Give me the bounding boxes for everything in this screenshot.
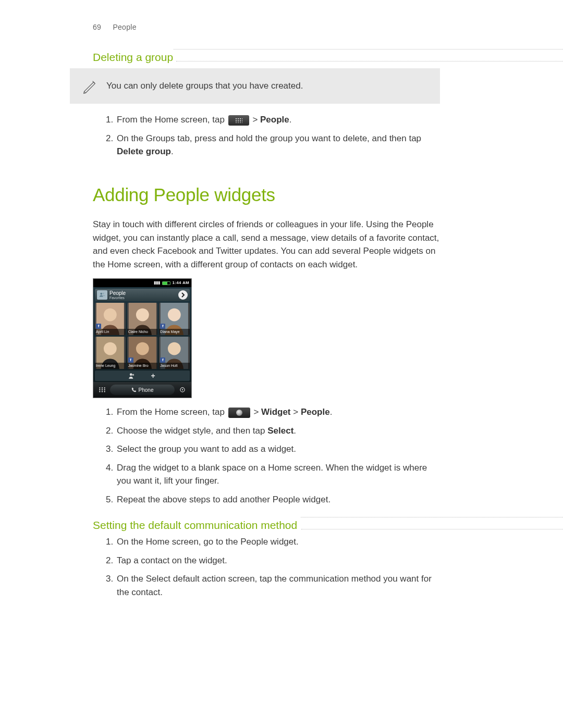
deleting-steps: From the Home screen, tap > People. On t… [93, 113, 439, 158]
apps-grid-icon [97, 386, 107, 393]
status-time: 1:44 AM [173, 280, 189, 286]
subheading-default-method: Setting the default communication method [93, 515, 563, 530]
bold-term: People [301, 407, 330, 417]
personalize-icon [228, 408, 250, 418]
svg-point-14 [129, 373, 132, 376]
widget-steps: From the Home screen, tap > Widget > Peo… [93, 405, 439, 506]
svg-point-17 [102, 387, 103, 388]
step-text: From the Home screen, tap [117, 115, 227, 125]
battery-icon [162, 281, 170, 285]
subheading-text: Deleting a group [93, 47, 173, 67]
facebook-badge-icon: f [128, 357, 133, 363]
contact-cell: f Jasmine Bro [127, 337, 158, 369]
svg-point-5 [136, 309, 149, 322]
facebook-badge-icon: f [160, 357, 165, 363]
contact-name: Jasmine Bro [127, 363, 158, 369]
step-text: On the Select default action screen, tap… [117, 574, 432, 597]
step-text: > [253, 407, 261, 417]
list-item: From the Home screen, tap > Widget > Peo… [116, 405, 439, 419]
step-text: Drag the widget to a blank space on a Ho… [117, 463, 427, 486]
contact-cell: f Diana Maye [159, 303, 190, 335]
list-item: Tap a contact on the widget. [116, 554, 439, 567]
contact-name: Diana Maye [159, 329, 190, 336]
svg-point-21 [104, 389, 105, 390]
svg-point-26 [182, 389, 183, 390]
heading-adding-widgets: Adding People widgets [93, 181, 470, 209]
svg-point-24 [104, 391, 105, 392]
step-text: Tap a contact on the widget. [117, 556, 227, 565]
bold-term: Delete group [117, 146, 171, 156]
svg-point-16 [99, 387, 100, 388]
svg-point-7 [168, 309, 181, 322]
page-number: 69 [93, 23, 101, 31]
list-item: Choose the widget style, and then tap Se… [116, 424, 439, 438]
svg-point-13 [168, 342, 181, 355]
step-text: . [289, 115, 292, 125]
contact-cell: Irene Leung [95, 337, 126, 369]
step-text: > [252, 115, 260, 125]
svg-point-1 [103, 293, 104, 294]
contact-name: Irene Leung [95, 363, 126, 369]
step-text: > [291, 407, 301, 417]
facebook-badge-icon: f [160, 324, 165, 329]
list-item: Repeat the above steps to add another Pe… [116, 493, 439, 507]
personalize-icon [178, 386, 187, 393]
note-box: You can only delete groups that you have… [70, 68, 440, 104]
contact-name: Jason Holt [159, 363, 190, 369]
default-method-steps: On the Home screen, go to the People wid… [93, 535, 439, 599]
widget-subtitle: Favorites [109, 296, 176, 300]
contacts-grid: f April Lin Claire Nicho f Diana Maye Ir… [95, 303, 190, 369]
step-text: On the Groups tab, press and hold the gr… [117, 133, 421, 143]
list-item: On the Groups tab, press and hold the gr… [116, 132, 439, 158]
contact-cell: f April Lin [95, 303, 126, 335]
signal-icon: ▮▮▮ [154, 280, 160, 286]
subheading-deleting-group: Deleting a group [93, 47, 563, 62]
svg-point-23 [102, 391, 103, 392]
contact-cell: Claire Nicho [127, 303, 158, 335]
group-icon [121, 371, 142, 381]
list-item: Drag the widget to a blank space on a Ho… [116, 461, 439, 488]
list-item: On the Home screen, go to the People wid… [116, 535, 439, 549]
svg-point-3 [104, 309, 117, 322]
step-text: Repeat the above steps to add another Pe… [117, 495, 331, 504]
widget-title: People [109, 291, 176, 296]
section-name: People [113, 23, 136, 31]
svg-point-11 [136, 342, 149, 355]
svg-point-15 [132, 374, 134, 376]
dock-phone-label: Phone [139, 386, 154, 394]
pencil-icon [81, 78, 98, 94]
svg-point-20 [102, 389, 103, 390]
status-bar: ▮▮▮ 1:44 AM [93, 279, 191, 287]
step-text: . [293, 426, 296, 436]
widget-footer: + [95, 371, 190, 381]
svg-point-22 [99, 391, 100, 392]
subheading-text: Setting the default communication method [93, 515, 300, 535]
bold-term: People [260, 115, 289, 125]
list-item: On the Select default action screen, tap… [116, 572, 439, 599]
svg-point-9 [104, 342, 117, 355]
svg-point-19 [99, 389, 100, 390]
list-item: From the Home screen, tap > People. [116, 113, 439, 127]
people-icon [97, 290, 107, 300]
page-header: 69 People [0, 0, 563, 33]
step-text: Select the group you want to add as a wi… [117, 444, 296, 454]
intro-paragraph: Stay in touch with different circles of … [93, 218, 439, 271]
step-text: Choose the widget style, and then tap [117, 426, 267, 436]
step-text: On the Home screen, go to the People wid… [117, 537, 299, 547]
step-text: . [171, 146, 174, 156]
contact-name: Claire Nicho [127, 329, 158, 336]
facebook-badge-icon: f [96, 324, 101, 329]
list-item: Select the group you want to add as a wi… [116, 442, 439, 456]
dock-bar: Phone [93, 382, 191, 398]
contact-name: April Lin [95, 329, 126, 336]
plus-icon: + [143, 371, 164, 381]
chevron-right-icon [178, 290, 188, 300]
phone-screenshot: ▮▮▮ 1:44 AM People Favorites f April Lin [93, 278, 192, 398]
people-widget-header: People Favorites [95, 289, 190, 301]
step-text: From the Home screen, tap [117, 407, 227, 417]
svg-point-18 [104, 387, 105, 388]
contact-cell: f Jason Holt [159, 337, 190, 369]
note-text: You can only delete groups that you have… [106, 79, 303, 93]
phone-dock-button: Phone [110, 385, 175, 395]
bold-term: Widget [261, 407, 291, 417]
